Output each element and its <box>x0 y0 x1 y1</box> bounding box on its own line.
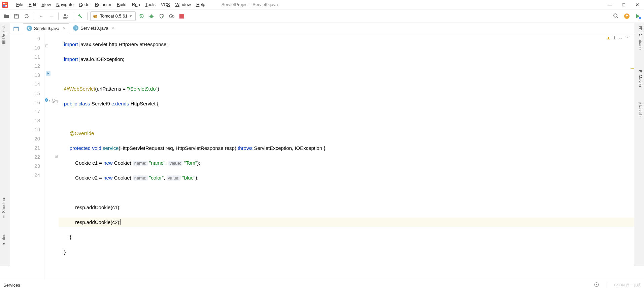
editor-tabbar: C Servlet9.java ✕ C Servlet10.java ✕ <box>10 23 634 33</box>
class-icon: C <box>27 26 32 31</box>
hammer-build-button[interactable] <box>76 12 84 21</box>
statusbar: Services CSDN @一丧秋 <box>0 280 644 290</box>
back-button[interactable]: ← <box>37 12 45 21</box>
stop-button[interactable] <box>177 12 186 21</box>
menu-navigate[interactable]: Navigate <box>54 1 76 8</box>
warning-mark[interactable] <box>631 68 634 69</box>
menu-file[interactable]: File <box>13 1 26 8</box>
ide-update-button[interactable] <box>622 12 631 21</box>
code-editor[interactable]: 9101112 13141516 17181920 21222324 ↑ @ ⊟… <box>10 33 634 283</box>
tool-maven[interactable]: mMaven <box>637 67 643 89</box>
run-config-dropdown[interactable]: Tomcat 8.5.61 ▾ <box>90 11 136 21</box>
run-gutter-icon[interactable] <box>46 71 50 77</box>
menu-tools[interactable]: Tools <box>143 1 158 8</box>
svg-point-13 <box>614 14 617 17</box>
window-title: ServletProject - Servlet9.java <box>222 2 278 7</box>
left-tool-strip: ▦Project ⦀Structure ★ites <box>0 23 10 266</box>
code-content[interactable]: import javax.servlet.http.HttpServletRes… <box>59 33 634 283</box>
prev-highlight-icon[interactable]: ︿ <box>618 35 623 41</box>
svg-rect-3 <box>3 5 5 7</box>
open-button[interactable] <box>2 12 11 21</box>
svg-rect-4 <box>5 5 7 7</box>
svg-rect-2 <box>5 3 7 4</box>
svg-rect-5 <box>15 14 18 15</box>
maximize-button[interactable]: □ <box>622 2 625 7</box>
svg-point-21 <box>596 284 597 285</box>
close-tab-icon[interactable]: ✕ <box>63 26 66 31</box>
chevron-down-icon: ▾ <box>130 13 132 19</box>
inspection-widget[interactable]: ▲ 1 ︿ ﹀ <box>606 35 630 41</box>
project-view-icon[interactable] <box>12 25 20 33</box>
svg-point-9 <box>96 16 96 17</box>
class-icon: C <box>73 25 78 31</box>
menu-help[interactable]: Help <box>194 1 208 8</box>
menu-build[interactable]: Build <box>114 1 129 8</box>
fold-icon[interactable]: ⊟ <box>55 154 58 159</box>
svg-rect-1 <box>3 3 5 4</box>
sync-button[interactable] <box>22 12 31 21</box>
error-stripe[interactable] <box>629 34 634 270</box>
svg-rect-17 <box>14 27 19 28</box>
main-area: ▦Project ⦀Structure ★ites C Servlet9.jav… <box>0 23 644 266</box>
gutter-icons: ↑ @ ⊟ ⊟ ⊟ <box>44 33 59 283</box>
profiler-button[interactable] <box>167 12 176 21</box>
svg-point-10 <box>150 15 153 18</box>
tool-services[interactable]: Services <box>3 283 20 288</box>
menu-edit[interactable]: Edit <box>26 1 39 8</box>
right-tool-strip: 🗄Database mMaven jclasslib <box>634 23 644 266</box>
minimize-button[interactable]: — <box>608 2 612 7</box>
save-button[interactable] <box>12 12 21 21</box>
menu-code[interactable]: Code <box>76 1 92 8</box>
coverage-button[interactable] <box>157 12 166 21</box>
svg-point-8 <box>94 16 95 17</box>
run-anything-button[interactable] <box>633 12 642 21</box>
menu-view[interactable]: View <box>39 1 54 8</box>
run-button[interactable] <box>137 12 146 21</box>
warning-count: 1 <box>613 35 616 40</box>
tool-database[interactable]: 🗄Database <box>637 24 643 52</box>
window-controls: — □ ✕ <box>608 2 642 7</box>
close-button[interactable]: ✕ <box>635 2 639 7</box>
app-logo-icon <box>2 2 8 8</box>
run-config-label: Tomcat 8.5.61 <box>100 13 128 19</box>
override-gutter-icon[interactable]: ↑ @ <box>44 98 56 103</box>
menu-vcs[interactable]: VCS <box>158 1 173 8</box>
toolbar: ← → Tomcat 8.5.61 ▾ <box>0 9 644 23</box>
fold-icon[interactable]: ⊟ <box>45 43 48 48</box>
svg-rect-15 <box>639 17 641 19</box>
text-cursor <box>121 219 121 225</box>
profile-button[interactable] <box>61 12 70 21</box>
tomcat-icon <box>93 13 98 19</box>
forward-button[interactable]: → <box>47 12 56 21</box>
menu-run[interactable]: Run <box>129 1 143 8</box>
tool-structure[interactable]: ⦀Structure <box>1 195 7 221</box>
ide-target-icon[interactable] <box>594 282 599 288</box>
tool-project[interactable]: ▦Project <box>1 24 7 47</box>
tool-favorites[interactable]: ★ites <box>1 232 7 248</box>
watermark: CSDN @一丧秋 <box>614 283 641 288</box>
warning-icon: ▲ <box>606 35 611 40</box>
menubar: File Edit View Navigate Code Refactor Bu… <box>0 0 644 9</box>
svg-rect-0 <box>2 2 8 8</box>
debug-button[interactable] <box>147 12 156 21</box>
menu-refactor[interactable]: Refactor <box>92 1 114 8</box>
fold-icon[interactable]: ⊟ <box>55 99 58 104</box>
line-number-gutter: 9101112 13141516 17181920 21222324 <box>10 33 44 283</box>
tool-jclasslib[interactable]: jclasslib <box>637 100 643 119</box>
search-button[interactable] <box>612 12 620 21</box>
tab-label: Servlet10.java <box>80 26 108 31</box>
svg-point-6 <box>64 14 66 16</box>
close-tab-icon[interactable]: ✕ <box>112 26 115 30</box>
tab-servlet10[interactable]: C Servlet10.java ✕ <box>69 23 118 33</box>
tab-label: Servlet9.java <box>34 26 59 31</box>
svg-rect-12 <box>179 14 184 19</box>
tab-servlet9[interactable]: C Servlet9.java ✕ <box>23 23 69 33</box>
menu-window[interactable]: Window <box>173 1 194 8</box>
editor-wrap: C Servlet9.java ✕ C Servlet10.java ✕ 910… <box>10 23 634 266</box>
